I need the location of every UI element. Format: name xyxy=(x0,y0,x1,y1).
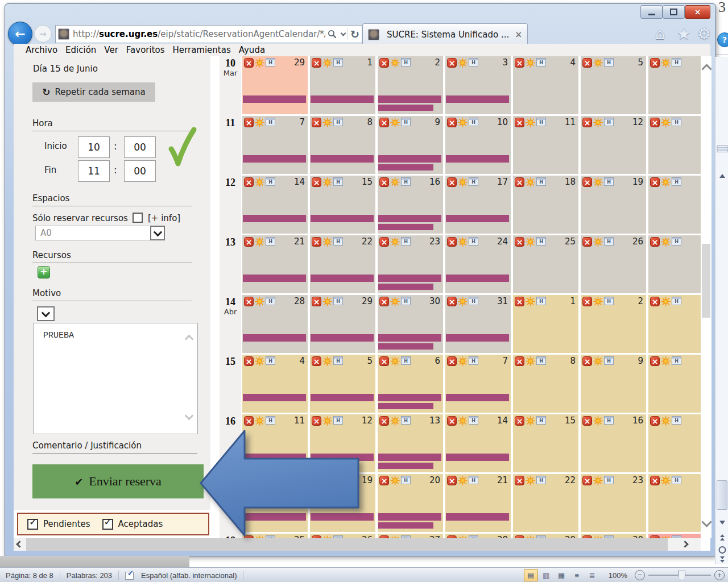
sun-icon[interactable] xyxy=(661,416,671,426)
h-icon[interactable]: H xyxy=(469,118,478,126)
calendar-day-cell[interactable]: ×H7 xyxy=(242,116,308,174)
calendar-day-cell[interactable]: ×H9 xyxy=(378,116,443,174)
reservation-bar[interactable] xyxy=(446,155,509,163)
star-icon[interactable]: ★ xyxy=(677,25,690,43)
sun-icon[interactable] xyxy=(661,237,671,247)
h-icon[interactable]: H xyxy=(333,177,343,186)
cancel-icon[interactable]: × xyxy=(650,416,660,426)
calendar-day-cell[interactable]: ×H31 xyxy=(445,295,511,353)
close-button[interactable]: × xyxy=(685,5,710,19)
page-count[interactable]: Página: 8 de 8 xyxy=(6,571,53,580)
calendar-day-cell[interactable]: ×H19 xyxy=(581,176,646,234)
reservation-bar[interactable] xyxy=(311,95,374,103)
h-icon[interactable]: H xyxy=(401,177,411,186)
calendar-day-cell[interactable]: ×H21 xyxy=(445,474,511,532)
minimize-button[interactable] xyxy=(640,5,663,19)
sun-icon[interactable] xyxy=(390,297,400,306)
cancel-icon[interactable]: × xyxy=(582,177,592,187)
refresh-icon[interactable]: ↻ xyxy=(350,28,359,40)
sun-icon[interactable] xyxy=(661,177,671,187)
reservation-bar[interactable] xyxy=(378,155,441,163)
calendar-day-cell[interactable]: ×H28 xyxy=(445,534,511,538)
calendar-day-cell[interactable]: ×H24 xyxy=(445,235,511,293)
calendar-day-cell[interactable]: ×H xyxy=(648,176,701,234)
h-icon[interactable]: H xyxy=(604,58,614,66)
calendar-day-cell[interactable]: ×H xyxy=(648,56,701,114)
calendar-day-cell[interactable]: ×H10 xyxy=(445,116,511,174)
calendar-day-cell[interactable]: ×H22 xyxy=(310,235,375,293)
h-icon[interactable]: H xyxy=(672,177,681,186)
menu-item-ayuda[interactable]: Ayuda xyxy=(239,45,265,55)
calendar-day-cell[interactable]: ×H4 xyxy=(242,355,308,413)
sun-icon[interactable] xyxy=(390,416,400,426)
sun-icon[interactable] xyxy=(322,177,332,187)
h-icon[interactable]: H xyxy=(604,237,614,246)
reservation-bar[interactable] xyxy=(311,155,374,163)
calendar-day-cell[interactable]: ×H22 xyxy=(513,474,578,532)
reservation-bar[interactable] xyxy=(378,334,441,342)
h-icon[interactable]: H xyxy=(604,297,614,305)
pendientes-checkbox[interactable]: ✓ xyxy=(27,519,38,530)
h-icon[interactable]: H xyxy=(672,58,681,66)
help-icon[interactable]: ? xyxy=(717,32,728,47)
reservation-bar[interactable] xyxy=(446,334,509,342)
reservation-bar[interactable] xyxy=(378,105,433,111)
menu-item-favoritos[interactable]: Favoritos xyxy=(126,45,165,55)
sun-icon[interactable] xyxy=(526,416,535,426)
sun-icon[interactable] xyxy=(526,118,535,127)
h-icon[interactable]: H xyxy=(604,476,614,484)
reservation-bar[interactable] xyxy=(446,275,509,282)
h-icon[interactable]: H xyxy=(401,416,411,425)
h-icon[interactable]: H xyxy=(536,237,546,246)
fin-hour-input[interactable]: 11 xyxy=(78,160,110,182)
calendar-day-cell[interactable]: ×H4 xyxy=(513,56,578,114)
reservation-bar[interactable] xyxy=(311,275,374,282)
submit-reservation-button[interactable]: ✔ Enviar reserva xyxy=(32,464,204,498)
forward-button[interactable]: → xyxy=(34,25,52,43)
calendar-day-cell[interactable]: ×H13 xyxy=(378,414,443,472)
zoom-slider-thumb[interactable] xyxy=(678,571,685,580)
sun-icon[interactable] xyxy=(322,58,332,68)
repeat-weekly-button[interactable]: ↻ Repetir cada semana xyxy=(32,82,155,102)
cancel-icon[interactable]: × xyxy=(515,356,524,366)
document-scrollbar[interactable] xyxy=(715,57,728,564)
h-icon[interactable]: H xyxy=(401,476,411,484)
cancel-icon[interactable]: × xyxy=(582,237,592,247)
calendar-day-cell[interactable]: ×H27 xyxy=(378,534,443,538)
calendar-day-cell[interactable]: ×H xyxy=(648,355,701,413)
cancel-icon[interactable]: × xyxy=(379,356,389,366)
calendar-day-cell[interactable]: ×H8 xyxy=(310,116,375,174)
cancel-icon[interactable]: × xyxy=(515,58,524,68)
cancel-icon[interactable]: × xyxy=(582,356,592,366)
cancel-icon[interactable]: × xyxy=(447,58,457,68)
sun-icon[interactable] xyxy=(661,297,671,306)
cancel-icon[interactable]: × xyxy=(515,297,524,306)
sun-icon[interactable] xyxy=(593,237,603,247)
reservation-bar[interactable] xyxy=(243,155,306,163)
cancel-icon[interactable]: × xyxy=(582,476,592,485)
reservation-bar[interactable] xyxy=(243,215,306,222)
sun-icon[interactable] xyxy=(526,237,535,247)
cancel-icon[interactable]: × xyxy=(447,297,457,306)
h-icon[interactable]: H xyxy=(672,416,681,425)
reservation-bar[interactable] xyxy=(378,164,433,171)
reservation-bar[interactable] xyxy=(243,275,306,282)
reservation-bar[interactable] xyxy=(446,394,509,401)
calendar-day-cell[interactable]: ×H21 xyxy=(242,235,308,293)
gear-icon[interactable]: ⚙ xyxy=(697,25,711,43)
reservation-bar[interactable] xyxy=(378,463,433,469)
cancel-icon[interactable]: × xyxy=(379,297,389,306)
calendar-day-cell[interactable]: ×H23 xyxy=(581,474,646,532)
calendar-day-cell[interactable]: ×H16 xyxy=(378,176,443,234)
h-icon[interactable]: H xyxy=(604,118,614,126)
sun-icon[interactable] xyxy=(322,118,332,127)
url-text[interactable]: http://sucre.ugr.es/eip/static/Reservati… xyxy=(73,29,325,39)
cancel-icon[interactable]: × xyxy=(515,118,524,127)
h-icon[interactable]: H xyxy=(333,416,343,425)
sun-icon[interactable] xyxy=(458,177,468,187)
reservation-bar[interactable] xyxy=(378,95,441,103)
calendar-day-cell[interactable]: ×H16 xyxy=(581,414,646,472)
h-icon[interactable]: H xyxy=(469,297,478,305)
sun-icon[interactable] xyxy=(255,177,264,187)
cancel-icon[interactable]: × xyxy=(312,58,321,68)
